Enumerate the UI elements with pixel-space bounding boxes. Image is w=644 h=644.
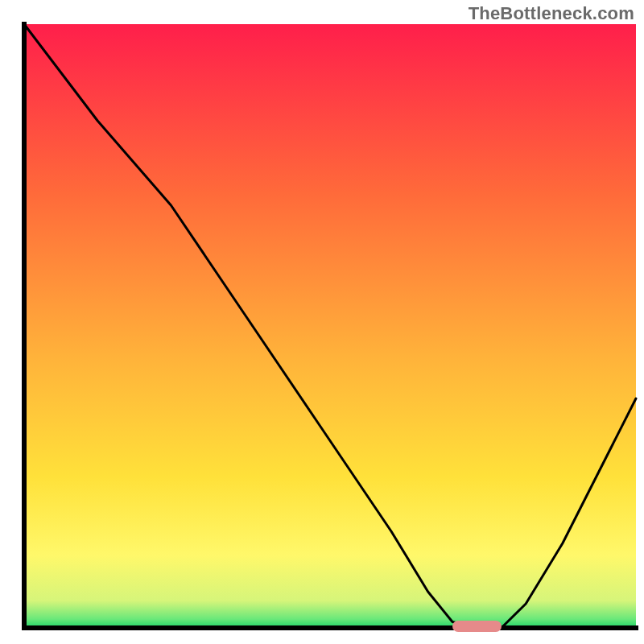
chart-container: TheBottleneck.com [0,0,644,644]
optimal-range-marker [452,621,502,632]
watermark-text: TheBottleneck.com [469,3,634,24]
bottleneck-chart [0,0,644,644]
plot-background [24,24,636,628]
